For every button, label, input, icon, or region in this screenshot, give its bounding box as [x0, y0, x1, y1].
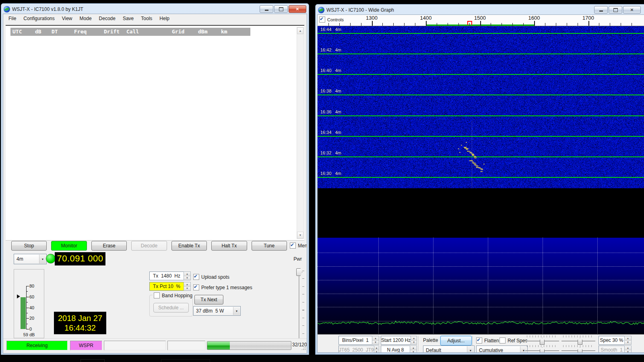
slider-handle[interactable]: [540, 338, 545, 345]
close-button[interactable]: ✕: [623, 6, 641, 14]
slider-handle[interactable]: [578, 348, 582, 353]
tune-button[interactable]: Tune: [252, 241, 287, 251]
spin-down-icon[interactable]: ▼: [374, 350, 379, 353]
spin-down-icon[interactable]: ▼: [625, 340, 631, 345]
waterfall-zero-slider[interactable]: [561, 335, 595, 344]
controls-checkbox-box[interactable]: [319, 16, 325, 23]
menus-checkbox[interactable]: Menus: [290, 243, 307, 249]
date-value: 2018 Jan 27: [58, 313, 102, 323]
spin-down-icon[interactable]: ▼: [625, 350, 631, 353]
spin-value: Smooth 1: [599, 346, 624, 353]
menu-decode[interactable]: Decode: [95, 15, 119, 22]
band-hopping-checkbox[interactable]: Band Hopping: [153, 292, 194, 298]
spin-down-icon[interactable]: ▼: [411, 340, 417, 345]
spin-up-icon[interactable]: ▲: [184, 282, 190, 286]
decode-table-header: UTCdBDTFreqDriftCallGriddBmkm: [10, 28, 250, 36]
schedule-button[interactable]: Schedule ...: [153, 303, 189, 313]
smooth-spinbox-control[interactable]: Smooth 1▲▼: [599, 346, 632, 353]
minimize-button[interactable]: [260, 5, 273, 13]
stop-button[interactable]: Stop: [11, 241, 47, 251]
scale-tick-label: 1700: [580, 15, 597, 21]
wide-graph-title: WSJT-X - IC7100 - Wide Graph: [326, 7, 592, 13]
upload-spots-checkbox-box[interactable]: [193, 274, 199, 280]
maximize-icon: [613, 8, 618, 12]
bins-pixel-spinbox-control[interactable]: Bins/Pixel 1▲▼: [339, 336, 379, 345]
ref-spec-checkbox-box[interactable]: [500, 337, 506, 343]
jt65-jt9-split-spinbox-control[interactable]: JT65 2500 JT9▲▼: [339, 346, 379, 353]
palette-select[interactable]: Default ▼: [423, 346, 475, 353]
waterfall[interactable]: 16:44 4m16:42 4m16:40 4m16:38 4m16:36 4m…: [318, 26, 644, 188]
flatten-checkbox-box[interactable]: [476, 337, 482, 343]
status-mode-badge: WSPR: [70, 341, 102, 350]
decode-button[interactable]: Decode: [131, 241, 167, 251]
chevron-down-icon[interactable]: ▼: [233, 307, 240, 315]
pwr-slider[interactable]: [295, 267, 304, 345]
erase-button[interactable]: Erase: [91, 241, 127, 251]
band-select[interactable]: 4m ▼: [14, 254, 47, 264]
menu-save[interactable]: Save: [119, 15, 137, 22]
adjust-palette-button[interactable]: Adjust...: [440, 336, 472, 346]
tx-pct-spinbox-control[interactable]: Tx Pct 10 %▲▼: [149, 282, 191, 291]
close-button[interactable]: ✕: [289, 5, 306, 13]
tx-freq-spinbox-control[interactable]: Tx 1480 Hz▲▼: [149, 272, 191, 280]
prefer-type1-checkbox-box[interactable]: [193, 284, 199, 290]
spin-up-icon[interactable]: ▲: [374, 346, 379, 350]
start-freq-spinbox-control[interactable]: Start 1200 Hz▲▼: [381, 336, 417, 345]
chevron-down-icon[interactable]: ▼: [467, 346, 474, 353]
slider-handle[interactable]: [578, 338, 582, 345]
main-window-titlebar[interactable]: WSJT-X - IC7100 v1.8.0 by K1JT ✕: [1, 4, 309, 14]
spin-up-icon[interactable]: ▲: [184, 272, 190, 276]
menus-checkbox-box[interactable]: [290, 243, 296, 249]
tx-next-button[interactable]: Tx Next: [194, 295, 223, 304]
spin-down-icon[interactable]: ▼: [184, 276, 190, 280]
menu-tools[interactable]: Tools: [137, 15, 156, 22]
chevron-down-icon[interactable]: ▼: [39, 255, 46, 263]
spectrum-gain-slider[interactable]: [525, 345, 559, 353]
decode-scrollbar[interactable]: ▲ ▼: [297, 27, 304, 239]
scroll-down-icon[interactable]: ▼: [297, 232, 303, 239]
band-hopping-checkbox-box[interactable]: [154, 292, 160, 298]
menu-mode[interactable]: Mode: [76, 15, 95, 22]
menu-help[interactable]: Help: [156, 15, 173, 22]
power-select[interactable]: 37 dBm 5 W ▼: [193, 306, 241, 316]
spin-up-icon[interactable]: ▲: [372, 336, 379, 340]
enable-tx-button[interactable]: Enable Tx: [171, 241, 207, 251]
spin-down-icon[interactable]: ▼: [372, 340, 379, 345]
prefer-type1-checkbox[interactable]: Prefer type 1 messages: [193, 284, 252, 290]
menu-file[interactable]: File: [5, 15, 20, 22]
wide-graph-titlebar[interactable]: WSJT-X - IC7100 - Wide Graph ✕: [316, 4, 644, 14]
pwr-slider-handle[interactable]: [296, 268, 302, 276]
scroll-up-icon[interactable]: ▲: [297, 27, 303, 34]
waterfall-gain-slider[interactable]: [525, 335, 559, 344]
spectrum-plot[interactable]: [318, 238, 644, 334]
menu-configurations[interactable]: Configurations: [20, 15, 58, 22]
spin-up-icon[interactable]: ▲: [625, 346, 631, 350]
upload-spots-checkbox[interactable]: Upload spots: [193, 274, 229, 280]
scale-tick-label: 1600: [525, 15, 543, 21]
halt-tx-button[interactable]: Halt Tx: [211, 241, 247, 251]
maximize-button[interactable]: [274, 5, 288, 13]
monitor-button[interactable]: Monitor: [51, 241, 87, 251]
spec-percent-spinbox-control[interactable]: Spec 30 %▲▼: [599, 336, 632, 345]
waterfall-time-label: 16:40 4m: [320, 68, 341, 73]
minimize-button[interactable]: [594, 6, 608, 14]
n-avg-spinbox-control[interactable]: N Avg 8▲▼: [381, 346, 417, 353]
spin-value: N Avg 8: [381, 346, 410, 353]
spin-down-icon[interactable]: ▼: [410, 350, 417, 353]
ref-spec-checkbox[interactable]: Ref Spec: [500, 337, 527, 343]
taskbar-item-edge: [161, 359, 210, 362]
spin-down-icon[interactable]: ▼: [184, 286, 190, 291]
controls-checkbox[interactable]: Controls: [319, 16, 344, 23]
status-empty-panel: [104, 341, 166, 350]
waterfall-canvas[interactable]: [318, 26, 644, 188]
spectrum-zero-slider[interactable]: [561, 345, 595, 353]
spin-up-icon[interactable]: ▲: [411, 336, 417, 340]
flatten-checkbox[interactable]: Flatten: [476, 337, 499, 343]
spectrum-canvas[interactable]: [318, 238, 644, 334]
spin-up-icon[interactable]: ▲: [625, 336, 631, 340]
slider-handle[interactable]: [540, 348, 545, 353]
display-mode-select[interactable]: Cumulative ▼: [476, 346, 528, 353]
spin-up-icon[interactable]: ▲: [410, 346, 417, 350]
maximize-button[interactable]: [609, 6, 622, 14]
menu-view[interactable]: View: [58, 15, 76, 22]
